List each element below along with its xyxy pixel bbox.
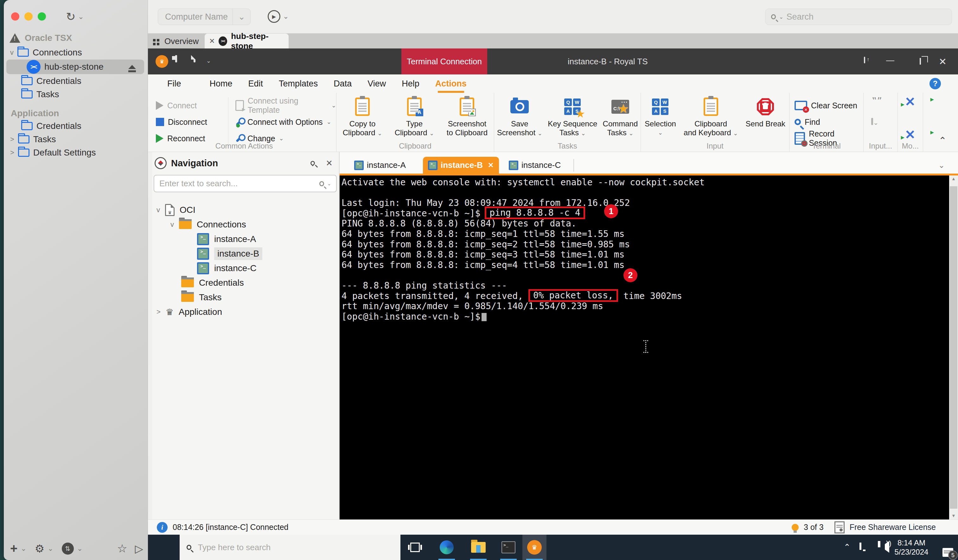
type-clipboard-button[interactable]: A Type Clipboard ⌄	[395, 93, 434, 138]
terminal-screen[interactable]: Activate the web console with: systemctl…	[339, 176, 949, 519]
network-icon[interactable]	[860, 543, 861, 550]
terminal-tab-instance-c[interactable]: >_ instance-C	[504, 157, 566, 174]
connect-play-button[interactable]: ▶ ⌄	[268, 10, 289, 23]
sidebar-item-tasks[interactable]: Tasks	[21, 89, 59, 100]
terminal-tab-instance-a[interactable]: >_ instance-A	[349, 157, 411, 174]
sidebar-item-app-credentials[interactable]: Credentials	[21, 121, 81, 131]
gear-icon[interactable]: ⚙	[35, 542, 44, 555]
play-icon[interactable]: ▷	[135, 542, 143, 555]
menu-data[interactable]: Data	[326, 75, 360, 93]
mac-minimize-button[interactable]	[24, 12, 33, 21]
context-tab-terminal-connection[interactable]: Terminal Connection	[401, 48, 487, 75]
taskbar-command-prompt[interactable]: >_	[496, 535, 520, 560]
taskbar-file-explorer[interactable]	[466, 535, 490, 560]
chevron-down-icon[interactable]: ⌄	[48, 544, 53, 553]
license-label[interactable]: Free Shareware License	[850, 523, 936, 532]
chevron-down-icon[interactable]: ⌄	[21, 544, 26, 553]
save-screenshot-button[interactable]: Save Screenshot ⌄	[497, 93, 542, 138]
menu-home[interactable]: Home	[202, 75, 240, 93]
taskbar-edge[interactable]	[435, 535, 459, 560]
scrollbar-thumb[interactable]	[950, 186, 957, 509]
notification-center-button[interactable]: 5	[942, 548, 953, 557]
close-icon[interactable]: ✕	[488, 161, 493, 170]
tray-expand-chevron-icon[interactable]: ⌃	[844, 542, 851, 552]
close-icon[interactable]: ✕	[209, 37, 215, 45]
mac-search-field[interactable]: ⌄	[765, 8, 952, 25]
menu-help[interactable]: Help	[394, 75, 427, 93]
mac-zoom-button[interactable]	[38, 12, 46, 21]
sidebar-item-default-settings[interactable]: > Default Settings	[10, 148, 96, 158]
navigation-search-field[interactable]: ⌄	[154, 175, 337, 192]
pin-icon[interactable]	[309, 160, 316, 166]
broadcast-input-button[interactable]	[872, 99, 881, 105]
scroll-down-arrow-icon[interactable]: ▲	[949, 514, 958, 519]
sync-icon[interactable]: ⇅	[62, 543, 74, 555]
tab-hub-step-stone[interactable]: ✕ >< hub-step-stone	[205, 33, 289, 48]
close-icon[interactable]: ✕	[326, 159, 333, 168]
connect-using-template-button[interactable]: Connect using Template ⌄	[235, 97, 336, 114]
tree-item-oci[interactable]: v ♛ OCI	[157, 203, 195, 217]
key-sequence-tasks-button[interactable]: QW AS ★ Key Sequence Tasks ⌄	[548, 93, 597, 138]
taskbar-search[interactable]	[179, 535, 400, 560]
speaker-icon[interactable]	[885, 541, 889, 553]
taskbar-search-input[interactable]	[198, 543, 400, 552]
screenshot-to-clipboard-button[interactable]: Screenshot to Clipboard	[447, 93, 487, 137]
sidebar-item-credentials[interactable]: Credentials	[21, 76, 81, 86]
navigation-search-input[interactable]	[159, 179, 316, 189]
copy-to-clipboard-button[interactable]: Copy to Clipboard ⌄	[343, 93, 382, 138]
tree-item-credentials[interactable]: Credentials	[181, 276, 244, 290]
close-button[interactable]: ✕	[939, 56, 947, 67]
tree-item-application[interactable]: > ♛ Application	[157, 305, 222, 319]
disconnect-button[interactable]: Disconnect	[156, 114, 207, 130]
insight-count[interactable]: 3 of 3	[804, 523, 824, 532]
favorite-star-icon[interactable]: ☆	[117, 542, 127, 555]
terminal-tab-instance-b[interactable]: >_ instance-B ✕	[423, 157, 499, 174]
menu-view[interactable]: View	[360, 75, 394, 93]
task-view-button[interactable]	[403, 535, 427, 560]
find-button[interactable]: Find	[795, 114, 863, 130]
help-icon[interactable]: ?	[929, 78, 941, 89]
collapse-ribbon-button[interactable]: ⌃	[939, 135, 947, 146]
tree-item-tasks[interactable]: Tasks	[181, 290, 222, 305]
tree-item-connections[interactable]: v Connections	[170, 217, 246, 232]
sidebar-item-connections[interactable]: v Connections	[10, 48, 82, 58]
restore-button[interactable]	[920, 58, 921, 65]
mac-close-button[interactable]	[11, 12, 19, 21]
selection-button[interactable]: QW AS Selection ⌄	[645, 93, 676, 137]
connect-with-options-button[interactable]: Connect with Options ⌄	[235, 114, 336, 130]
tab-overflow-chevron-icon[interactable]: ⌄	[938, 161, 945, 170]
send-break-button[interactable]: Send Break	[745, 93, 785, 128]
chevron-down-icon[interactable]: ⌄	[233, 9, 250, 25]
minimize-button[interactable]: —	[886, 56, 894, 65]
tree-item-instance-b[interactable]: >_ instance-B	[197, 246, 262, 261]
menu-actions[interactable]: Actions	[427, 75, 474, 93]
clear-screen-button[interactable]: Clear Screen	[795, 97, 863, 114]
tree-item-instance-a[interactable]: >_ instance-A	[197, 232, 256, 246]
tab-overview[interactable]: Overview	[153, 36, 198, 46]
clipboard-and-keyboard-button[interactable]: Clipboard and Keyboard ⌄	[684, 93, 738, 138]
session-x-icon[interactable]: ✕	[905, 128, 930, 141]
session-x-icon[interactable]: ✕	[905, 95, 930, 108]
scroll-up-arrow-icon[interactable]: ▲	[949, 176, 958, 181]
sidebar-item-app-tasks[interactable]: > Tasks	[10, 134, 56, 144]
panel-layout-icon[interactable]	[864, 57, 865, 63]
insight-bulb-icon[interactable]	[791, 524, 799, 531]
tree-item-instance-c[interactable]: >_ instance-C	[197, 261, 257, 276]
connection-action-button[interactable]: ↻ ⌄	[66, 10, 84, 24]
new-document-icon[interactable]	[194, 55, 195, 62]
terminal-scrollbar[interactable]: ▲ ▲	[949, 176, 958, 519]
search-input[interactable]	[787, 12, 946, 22]
save-icon[interactable]	[175, 55, 177, 62]
menu-edit[interactable]: Edit	[240, 75, 271, 93]
taskbar-royal-ts[interactable]: ♛	[522, 535, 547, 560]
chevron-down-icon[interactable]: ⌄	[77, 544, 83, 553]
menu-file[interactable]: File	[159, 75, 189, 93]
eject-icon[interactable]	[128, 65, 136, 69]
sidebar-item-hub-step-stone[interactable]: >< hub-step-stone	[6, 60, 144, 74]
connect-button[interactable]: Connect	[156, 97, 207, 114]
remote-input-button[interactable]	[871, 119, 873, 124]
chevron-down-icon[interactable]: ⌄	[206, 57, 211, 64]
add-button[interactable]: +	[10, 541, 17, 555]
command-tasks-button[interactable]: C:\★ Command Tasks ⌄	[603, 93, 638, 138]
menu-templates[interactable]: Templates	[271, 75, 326, 93]
